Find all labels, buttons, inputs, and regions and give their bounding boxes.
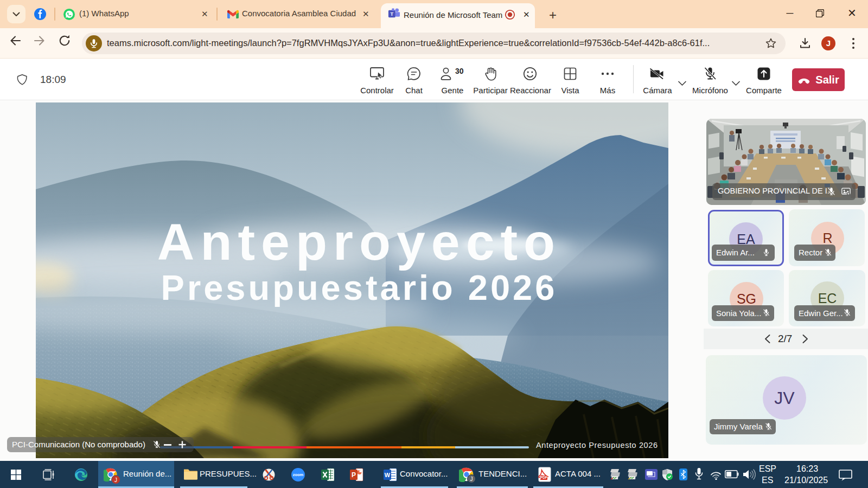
svg-text:T: T [391, 11, 394, 17]
svg-text:30: 30 [455, 67, 464, 75]
svg-text:Presupuestario 2026: Presupuestario 2026 [161, 268, 558, 307]
svg-text:W: W [385, 472, 391, 478]
svg-text:Anteproyecto: Anteproyecto [157, 213, 561, 271]
svg-text:PDF: PDF [540, 476, 547, 479]
svg-text:P: P [352, 471, 356, 479]
